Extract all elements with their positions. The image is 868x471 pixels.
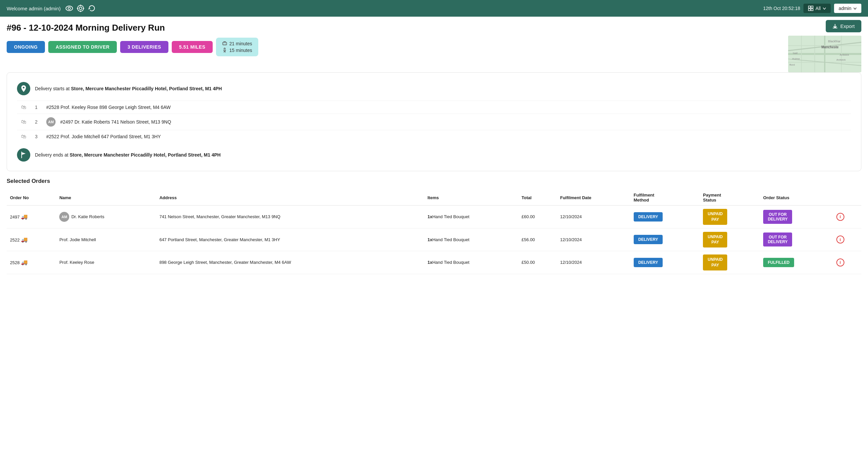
delivery-num-3: 3: [35, 134, 41, 139]
route-end-label: Delivery ends at: [35, 152, 68, 157]
order-row-2497: 2497 🚚 AM Dr. Katie Roberts 741 Nelson S…: [7, 206, 861, 229]
delivery-btn-2497[interactable]: DELIVERY: [634, 212, 663, 222]
name-2522: Prof. Jodie Mitchell: [56, 228, 156, 251]
delivery-btn-2528[interactable]: DELIVERY: [634, 258, 663, 267]
svg-text:Blackfriar: Blackfriar: [828, 40, 841, 43]
method-2497: DELIVERY: [630, 206, 700, 229]
time-drive-row: 21 minutes: [222, 41, 252, 46]
route-card: Delivery starts at Store, Mercure Manche…: [7, 72, 861, 171]
badge-miles: 5.51 MILES: [172, 41, 213, 53]
svg-text:Isall: Isall: [793, 52, 798, 55]
col-name: Name: [56, 190, 156, 206]
svg-point-0: [66, 6, 72, 11]
col-items: Items: [424, 190, 518, 206]
route-end-text: Delivery ends at Store, Mercure Manchest…: [35, 152, 221, 157]
date-2522: 12/10/2024: [557, 228, 630, 251]
svg-rect-11: [811, 9, 813, 11]
all-button[interactable]: All: [803, 4, 831, 13]
refresh-icon[interactable]: [88, 4, 96, 12]
payment-2528: UNPAIDPAY: [700, 251, 760, 274]
svg-text:Mancheste: Mancheste: [822, 45, 839, 49]
unpaid-btn-2528[interactable]: UNPAIDPAY: [703, 255, 727, 270]
info-icon-2497[interactable]: i: [836, 213, 844, 221]
bag-icon-2: 🛍: [17, 119, 30, 125]
col-address: Address: [156, 190, 424, 206]
eye-icon[interactable]: [65, 4, 73, 12]
time-drive: 21 minutes: [229, 41, 252, 46]
date-2528: 12/10/2024: [557, 251, 630, 274]
svg-point-3: [79, 7, 82, 10]
svg-rect-9: [811, 6, 813, 8]
col-actions: [833, 190, 861, 206]
unpaid-btn-2497[interactable]: UNPAIDPAY: [703, 209, 727, 225]
time-walk: 15 minutes: [229, 48, 252, 53]
svg-rect-10: [808, 9, 810, 11]
total-2497: £60.00: [518, 206, 557, 229]
svg-point-15: [224, 48, 225, 49]
delivery-num-1: 1: [35, 105, 41, 110]
export-label: Export: [840, 23, 855, 29]
name-text-2497: Dr. Katie Roberts: [71, 214, 104, 219]
svg-point-14: [225, 43, 226, 44]
svg-rect-8: [808, 6, 810, 8]
datetime: 12th Oct 20:52:18: [763, 6, 800, 11]
items-2528: 1xHand Tied Bouquet: [424, 251, 518, 274]
truck-icon-2497: 🚚: [21, 214, 28, 219]
address-2528: 898 George Leigh Street, Manchester, Gre…: [156, 251, 424, 274]
name-2497: AM Dr. Katie Roberts: [56, 206, 156, 229]
out-delivery-btn-2522[interactable]: OUT FORDELIVERY: [763, 233, 793, 246]
welcome-text: Welcome admin (admin): [7, 6, 61, 11]
method-2522: DELIVERY: [630, 228, 700, 251]
route-end-location: Store, Mercure Manchester Piccadilly Hot…: [69, 152, 221, 157]
badge-ongoing: ONGOING: [7, 41, 45, 53]
fulfilled-btn-2528[interactable]: FULFILLED: [763, 258, 794, 267]
unpaid-btn-2522[interactable]: UNPAIDPAY: [703, 232, 727, 248]
header-left: Welcome admin (admin): [7, 4, 96, 12]
address-2522: 647 Portland Street, Manchester, Greater…: [156, 228, 424, 251]
order-row-2528: 2528 🚚 Prof. Keeley Rose 898 George Leig…: [7, 251, 861, 274]
out-delivery-btn-2497[interactable]: OUT FORDELIVERY: [763, 210, 793, 224]
name-text-2528: Prof. Keeley Rose: [59, 260, 94, 265]
admin-label: admin: [839, 6, 851, 11]
delivery-num-2: 2: [35, 119, 41, 125]
truck-icon-2528: 🚚: [21, 260, 28, 265]
name-text-2522: Prof. Jodie Mitchell: [59, 237, 96, 242]
top-right: Export Blackfriar Mancheste Isall: [788, 17, 868, 72]
payment-2522: UNPAIDPAY: [700, 228, 760, 251]
export-button[interactable]: Export: [826, 20, 861, 32]
header: Welcome admin (admin) 12th Oct 20:52:18 …: [0, 0, 868, 17]
delivery-row-2: 🛍 2 AM #2497 Dr. Katie Roberts 741 Nelso…: [17, 114, 851, 130]
items-2522: 1xHand Tied Bouquet: [424, 228, 518, 251]
order-no-2497: 2497 🚚: [7, 206, 56, 229]
admin-button[interactable]: admin: [834, 4, 861, 13]
route-start-location: Store, Mercure Manchester Piccadilly Hot…: [71, 86, 222, 91]
badge-time: 21 minutes 15 minutes: [216, 38, 258, 56]
info-icon-2522[interactable]: i: [836, 235, 844, 243]
order-no-2522: 2522 🚚: [7, 228, 56, 251]
total-2522: £56.00: [518, 228, 557, 251]
time-walk-row: 15 minutes: [222, 48, 252, 53]
title-bar: #96 - 12-10-2024 Morning Delivery Run: [0, 17, 788, 33]
address-2497: 741 Nelson Street, Manchester, Greater M…: [156, 206, 424, 229]
svg-point-33: [23, 87, 25, 89]
orders-table: Order No Name Address Items Total Fulfil…: [7, 190, 861, 274]
avatar-am: AM: [46, 117, 56, 126]
total-2528: £50.00: [518, 251, 557, 274]
pin-icon: [17, 82, 30, 95]
badge-deliveries: 3 DELIVERIES: [120, 41, 168, 53]
col-fulfilment-date: Fulfilment Date: [557, 190, 630, 206]
order-row-2522: 2522 🚚 Prof. Jodie Mitchell 647 Portland…: [7, 228, 861, 251]
delivery-text-2: #2497 Dr. Katie Roberts 741 Nelson Stree…: [60, 119, 171, 125]
method-2528: DELIVERY: [630, 251, 700, 274]
svg-point-1: [68, 7, 70, 10]
orders-section: Selected Orders Order No Name Address It…: [0, 178, 868, 281]
info-icon-2528[interactable]: i: [836, 259, 844, 266]
header-right: 12th Oct 20:52:18 All admin: [763, 4, 861, 13]
col-order-status: Order Status: [760, 190, 833, 206]
target-icon[interactable]: [76, 4, 85, 12]
bag-icon-1: 🛍: [17, 104, 30, 110]
route-start: Delivery starts at Store, Mercure Manche…: [17, 82, 851, 95]
flag-icon: [17, 148, 30, 161]
col-fulfilment-method: FulfilmentMethod: [630, 190, 700, 206]
delivery-btn-2522[interactable]: DELIVERY: [634, 235, 663, 244]
